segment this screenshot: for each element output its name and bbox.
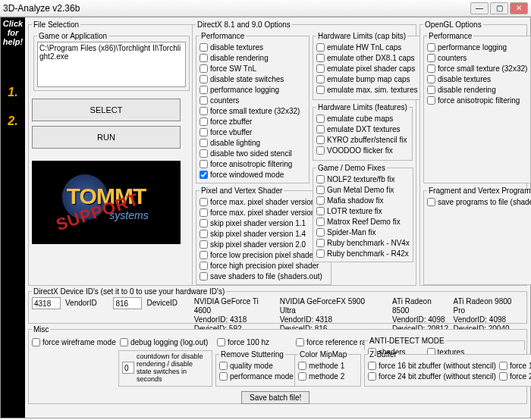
game-app-legend: Game or Application <box>37 32 108 40</box>
opengl-group: OpenGL Options Performance performance l… <box>419 20 527 286</box>
debug-log-checkbox[interactable]: debug logging (log.out) <box>120 337 208 347</box>
wireframe-checkbox[interactable]: force wireframe mode <box>32 337 116 347</box>
checkbox-item[interactable]: Ruby benchmark - R42x <box>316 248 410 259</box>
checkbox-item[interactable]: force high precision pixel shader <box>200 260 328 271</box>
countdown-input[interactable] <box>122 362 134 374</box>
checkbox-item[interactable]: force low precision pixel shader <box>200 249 328 260</box>
remove-stuttering-group: Remove Stuttering quality modeperformanc… <box>215 350 297 387</box>
checkbox-item[interactable]: quality mode <box>219 360 294 371</box>
dx-gamefix-legend: Game / Demo Fixes <box>316 164 387 172</box>
directx-legend: DirectX 8.1 and 9.0 Options <box>196 20 292 29</box>
checkbox-item[interactable]: disable textures <box>427 74 527 84</box>
checkbox-item[interactable]: force max. pixel shader version 1.4 <box>200 207 328 218</box>
checkbox-item[interactable]: disable textures <box>200 42 306 52</box>
checkbox-item[interactable]: emulate pixel shader caps <box>316 63 417 74</box>
checkbox-item[interactable]: force small texture (32x32) <box>200 105 306 116</box>
vendorid-input[interactable] <box>32 297 61 309</box>
checkbox-item[interactable]: save programs to file (shaders.out) <box>427 196 531 207</box>
checkbox-item[interactable]: emulate cube maps <box>316 113 409 124</box>
checkbox-item[interactable]: force vbuffer <box>200 127 306 137</box>
dx-shader-group: Pixel and Vertex Shader force max. pixel… <box>196 186 331 285</box>
checkbox-item[interactable]: force max. pixel shader version 1.1 <box>200 196 328 207</box>
checkbox-item[interactable]: emulate DXT textures <box>316 124 409 134</box>
checkbox-item[interactable]: Spider-Man fix <box>316 227 410 237</box>
checkbox-item[interactable]: force 24 bit zbuffer (without stencil) <box>368 371 496 381</box>
dx-perf-legend: Performance <box>200 32 246 40</box>
close-button[interactable]: ✕ <box>510 2 528 14</box>
force-100hz-checkbox[interactable]: force 100 hz <box>217 337 269 347</box>
checkbox-item[interactable]: skip pixel shader version 1.1 <box>200 218 328 228</box>
checkbox-item[interactable]: force 24 bit zbuffer (with stencil) <box>499 371 531 381</box>
minimize-button[interactable]: — <box>470 2 489 14</box>
checkbox-item[interactable]: counters <box>427 52 527 63</box>
checkbox-item[interactable]: LOTR texture fix <box>316 205 410 216</box>
directx-group: DirectX 8.1 and 9.0 Options Performance … <box>192 20 416 286</box>
color-mipmap-group: Color MipMap methode 1methode 2 <box>294 350 361 387</box>
checkbox-item[interactable]: VOODOO flicker fix <box>316 145 409 155</box>
antidetect-legend: ANTI-DETECT MODE <box>368 337 446 345</box>
checkbox-item[interactable]: Matrox Reef Demo fix <box>316 216 410 227</box>
checkbox-item[interactable]: force small texture (32x32) <box>427 63 527 74</box>
dx-gamefix-group: Game / Demo Fixes NOLF2 texture/fb fixGu… <box>313 164 413 262</box>
gl-performance-group: Performance performance loggingcountersf… <box>423 32 531 183</box>
misc-legend: Misc <box>32 325 51 334</box>
checkbox-item[interactable]: force anisotropic filtering <box>427 95 527 105</box>
run-button[interactable]: RUN <box>32 126 181 149</box>
checkbox-item[interactable]: force 16 bit zbuffer (with stencil) <box>499 360 531 371</box>
deviceid-input[interactable] <box>113 297 142 309</box>
checkbox-item[interactable]: NOLF2 texture/fb fix <box>316 174 410 184</box>
checkbox-item[interactable]: performance mode <box>219 371 294 381</box>
checkbox-item[interactable]: force zbuffer <box>200 116 306 127</box>
refrast-checkbox[interactable]: force reference rast. <box>296 337 374 347</box>
misc-group: Misc force wireframe mode debug logging … <box>28 325 527 404</box>
checkbox-item[interactable]: methode 2 <box>298 371 357 381</box>
titlebar: 3D-Analyze v2.36b — ▢ ✕ <box>0 0 531 17</box>
step-1-label: 1. <box>8 86 17 99</box>
checkbox-item[interactable]: emulate max. sim. textures <box>316 84 417 95</box>
dx-hwfeat-group: Hardware Limits (features) emulate cube … <box>313 103 413 161</box>
checkbox-item[interactable]: emulate bump map caps <box>316 74 417 84</box>
gl-fvp-group: Fragment and Vertex Programs save progra… <box>423 186 531 285</box>
checkbox-item[interactable]: Gun Metal Demo fix <box>316 184 410 195</box>
save-batch-button[interactable]: Save batch file! <box>241 391 309 404</box>
checkbox-item[interactable]: counters <box>200 95 306 105</box>
checkbox-item[interactable]: performance logging <box>427 42 527 52</box>
cm-legend: Color MipMap <box>298 350 348 359</box>
deviceid-label: DeviceID <box>146 299 178 307</box>
window-title: 3D-Analyze v2.36b <box>3 3 469 14</box>
checkbox-item[interactable]: disable rendering <box>200 52 306 63</box>
devids-legend: DirectX Device ID's (set it to 0 to use … <box>32 287 226 296</box>
select-button[interactable]: SELECT <box>32 99 181 121</box>
countdown-group: countdown for disable rendering / disabl… <box>118 350 212 387</box>
checkbox-item[interactable]: disable two sided stencil <box>200 148 306 158</box>
logo: TOMMT systems SUPPORT <box>32 161 181 244</box>
checkbox-item[interactable]: disable state switches <box>200 74 306 84</box>
main-panel: File Selection Game or Application C:\Pr… <box>25 17 530 418</box>
checkbox-item[interactable]: skip pixel shader version 2.0 <box>200 239 328 249</box>
checkbox-item[interactable]: Mafia shadow fix <box>316 195 410 205</box>
checkbox-item[interactable]: disable rendering <box>427 84 527 95</box>
rs-legend: Remove Stuttering <box>219 350 285 359</box>
zbuffer-group: Z-Buffer force 16 bit zbuffer (without s… <box>364 350 531 387</box>
checkbox-item[interactable]: force anisotropic filtering <box>200 158 306 169</box>
checkbox-item[interactable]: force 16 bit zbuffer (without stencil) <box>368 360 496 371</box>
checkbox-item[interactable]: Ruby benchmark - NV4x <box>316 237 410 248</box>
checkbox-item[interactable]: save shaders to file (shaders.out) <box>200 271 328 281</box>
checkbox-item[interactable]: methode 1 <box>298 360 357 371</box>
game-app-group: Game or Application C:\Program Files (x8… <box>33 32 190 91</box>
checkbox-item[interactable]: emulate other DX8.1 caps <box>316 52 417 63</box>
checkbox-item[interactable]: performance logging <box>200 84 306 95</box>
help-text: Click for help! <box>1 19 25 46</box>
checkbox-item[interactable]: emulate HW TnL caps <box>316 42 417 52</box>
checkbox-item[interactable]: force windowed mode <box>200 169 306 180</box>
antidetect-group: ANTI-DETECT MODE shaders textures <box>364 337 525 350</box>
dx-hwcap-legend: Hardware Limits (cap bits) <box>316 32 407 40</box>
checkbox-item[interactable]: force SW TnL <box>200 63 306 74</box>
file-path-input[interactable]: C:\Program Files (x86)\Torchlight II\Tor… <box>37 42 186 87</box>
checkbox-item[interactable]: skip pixel shader version 1.4 <box>200 228 328 239</box>
maximize-button[interactable]: ▢ <box>490 2 508 14</box>
checkbox-item[interactable]: disable lighting <box>200 137 306 148</box>
opengl-legend: OpenGL Options <box>423 20 483 29</box>
checkbox-item[interactable]: KYRO zbuffer/stencil fix <box>316 134 409 145</box>
help-sidebar[interactable]: Click for help! 1. 2. <box>1 17 25 418</box>
